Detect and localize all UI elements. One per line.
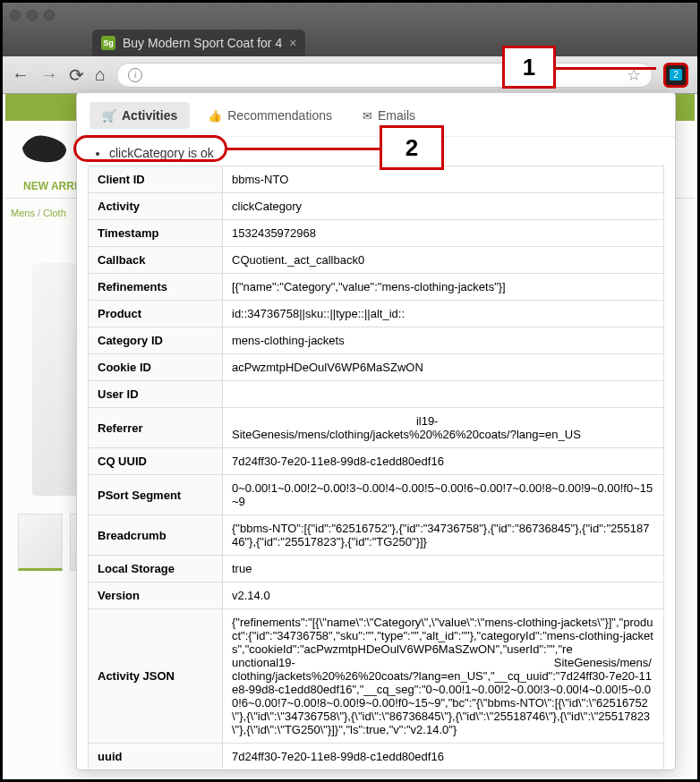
extension-badge[interactable]: 2 <box>663 63 688 88</box>
table-row: Breadcrumb{"bbms-NTO":[{"id":"62516752"}… <box>89 515 664 556</box>
key-local-storage: Local Storage <box>89 556 223 582</box>
window-titlebar <box>3 3 697 28</box>
key-version: Version <box>89 582 223 609</box>
activity-details-table: Client IDbbms-NTO ActivityclickCategory … <box>88 166 664 769</box>
annotation-callout-1: 1 <box>502 46 556 89</box>
thumbnail-1[interactable] <box>18 514 63 571</box>
zoom-window-icon[interactable] <box>44 10 55 21</box>
browser-tabbar: Sg Buy Modern Sport Coat for 4 × <box>3 28 697 56</box>
breadcrumb-sep: / <box>35 208 43 218</box>
table-row: Activity JSON{"refinements":"[{\"name\":… <box>89 609 664 744</box>
key-cookie-id: Cookie ID <box>89 354 223 381</box>
table-row: PSort Segment0~0.00!1~0.00!2~0.00!3~0.00… <box>89 475 664 515</box>
key-activity-json: Activity JSON <box>89 609 223 744</box>
table-row: ActivityclickCategory <box>89 193 664 220</box>
val-activity: clickCategory <box>223 193 664 220</box>
val-cookie-id: acPwzmtpHDeOulV6WP6MaSZwON <box>223 354 664 381</box>
key-referrer: Referrer <box>89 408 223 448</box>
favicon-icon: Sg <box>101 36 115 50</box>
panel-tabs: 🛒Activities 👍Recommendations ✉Emails <box>77 93 675 137</box>
browser-tab[interactable]: Sg Buy Modern Sport Coat for 4 × <box>92 30 305 56</box>
tab-activities-label: Activities <box>122 108 177 123</box>
table-row: Category IDmens-clothing-jackets <box>89 327 664 354</box>
product-image[interactable] <box>32 263 77 496</box>
table-row: Productid::34736758||sku::||type::||alt_… <box>89 301 664 327</box>
key-timestamp: Timestamp <box>89 220 223 247</box>
breadcrumb-clothing[interactable]: Cloth <box>43 208 66 218</box>
table-row: User ID <box>89 381 664 408</box>
key-breadcrumb: Breadcrumb <box>89 515 223 556</box>
val-local-storage: true <box>223 556 664 582</box>
table-row: Refinements[{"name":"Category","value":"… <box>89 274 664 301</box>
close-window-icon[interactable] <box>10 10 21 21</box>
traffic-lights <box>10 10 55 21</box>
close-tab-icon[interactable]: × <box>289 36 296 50</box>
val-version: v2.14.0 <box>223 582 664 609</box>
key-activity: Activity <box>89 193 223 220</box>
val-refinements: [{"name":"Category","value":"mens-clothi… <box>223 274 664 301</box>
thumbs-up-icon: 👍 <box>208 109 222 123</box>
val-referrer: il19- SiteGenesis/mens/clothing/jackets%… <box>223 408 664 448</box>
key-psort: PSort Segment <box>89 475 223 515</box>
val-category-id: mens-clothing-jackets <box>223 327 664 354</box>
key-client-id: Client ID <box>89 166 223 193</box>
annotation-line-2 <box>225 148 380 150</box>
forward-button[interactable]: → <box>40 64 58 85</box>
table-row: Timestamp1532435972968 <box>89 220 664 247</box>
extension-count: 2 <box>670 69 682 81</box>
address-bar[interactable]: i ☆ <box>116 63 653 88</box>
key-refinements: Refinements <box>89 274 223 301</box>
annotation-highlight-oval <box>73 135 227 162</box>
key-category-id: Category ID <box>89 327 223 354</box>
table-row: CQ UUID7d24ff30-7e20-11e8-99d8-c1edd80ed… <box>89 448 664 475</box>
val-user-id <box>223 381 664 408</box>
table-row: CallbackCQuotient._act_callback0 <box>89 247 664 274</box>
val-uuid: 7d24ff30-7e20-11e8-99d8-c1edd80edf16 <box>223 744 664 770</box>
tab-recommendations[interactable]: 👍Recommendations <box>195 102 345 129</box>
table-row: Local Storagetrue <box>89 556 664 582</box>
breadcrumb-mens[interactable]: Mens <box>11 208 35 218</box>
val-client-id: bbms-NTO <box>223 166 664 193</box>
key-user-id: User ID <box>89 381 223 408</box>
home-button[interactable]: ⌂ <box>95 64 106 85</box>
key-uuid: uuid <box>89 744 223 770</box>
minimize-window-icon[interactable] <box>27 10 38 21</box>
val-product: id::34736758||sku::||type::||alt_id:: <box>223 301 664 327</box>
val-callback: CQuotient._act_callback0 <box>223 247 664 274</box>
annotation-callout-2: 2 <box>380 125 444 170</box>
tab-activities[interactable]: 🛒Activities <box>90 102 190 129</box>
site-info-icon[interactable]: i <box>128 68 142 82</box>
back-button[interactable]: ← <box>12 64 30 85</box>
annotation-line-1 <box>556 67 656 70</box>
val-timestamp: 1532435972968 <box>223 220 664 247</box>
table-row: Referrer il19- SiteGenesis/mens/clothing… <box>89 408 664 448</box>
val-breadcrumb: {"bbms-NTO":[{"id":"62516752"},{"id":"34… <box>223 515 664 556</box>
debug-panel: 🛒Activities 👍Recommendations ✉Emails cli… <box>76 92 676 770</box>
tab-title: Buy Modern Sport Coat for 4 <box>123 36 282 50</box>
envelope-icon: ✉ <box>363 109 372 123</box>
tab-emails-label: Emails <box>378 108 415 123</box>
key-product: Product <box>89 301 223 327</box>
val-cq-uuid: 7d24ff30-7e20-11e8-99d8-c1edd80edf16 <box>223 448 664 475</box>
key-cq-uuid: CQ UUID <box>89 448 223 475</box>
val-activity-json: {"refinements":"[{\"name\":\"Category\",… <box>223 609 664 744</box>
browser-toolbar: ← → ⟳ ⌂ i ☆ 2 <box>3 56 697 94</box>
key-callback: Callback <box>89 247 223 274</box>
cart-icon: 🛒 <box>102 109 116 123</box>
tab-recommendations-label: Recommendations <box>227 108 332 123</box>
table-row: Cookie IDacPwzmtpHDeOulV6WP6MaSZwON <box>89 354 664 381</box>
table-row: Versionv2.14.0 <box>89 582 664 609</box>
val-psort: 0~0.00!1~0.00!2~0.00!3~0.00!4~0.00!5~0.0… <box>223 475 664 515</box>
panel-body[interactable]: clickCategory is ok Client IDbbms-NTO Ac… <box>77 137 675 769</box>
table-row: Client IDbbms-NTO <box>89 166 664 193</box>
reload-button[interactable]: ⟳ <box>69 64 84 86</box>
table-row: uuid7d24ff30-7e20-11e8-99d8-c1edd80edf16 <box>89 744 664 770</box>
site-logo[interactable] <box>18 130 72 166</box>
